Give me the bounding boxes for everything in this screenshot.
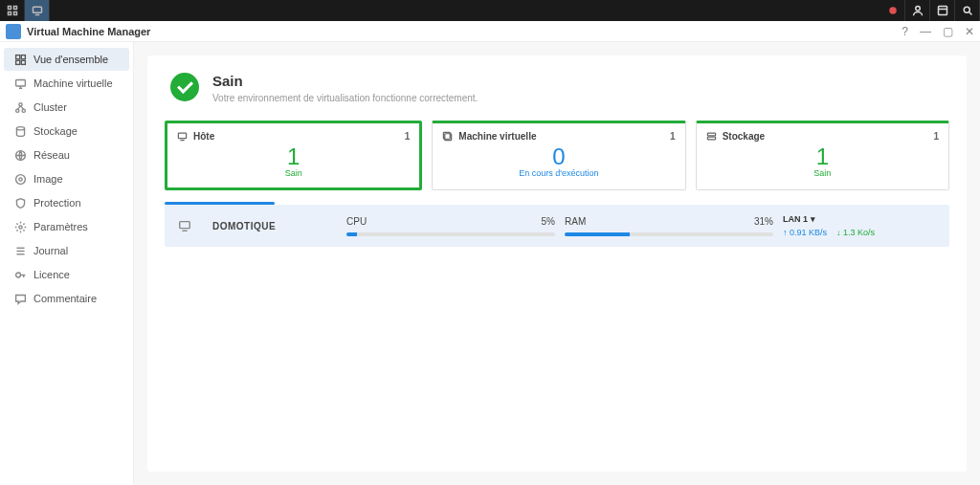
- summary-cards: Hôte 1 1 Sain Machine virtuelle 1: [165, 121, 949, 190]
- card-status: En cours d'exécution: [442, 168, 675, 178]
- maximize-button[interactable]: ▢: [943, 25, 953, 38]
- sidebar-item-settings[interactable]: Paramètres: [4, 215, 129, 238]
- svg-rect-39: [707, 133, 715, 136]
- svg-point-7: [915, 7, 920, 11]
- svg-rect-3: [13, 12, 16, 15]
- health-title: Sain: [212, 73, 478, 89]
- app-logo-icon: [6, 24, 21, 39]
- card-count: 1: [670, 131, 676, 142]
- window-titlebar: Virtual Machine Manager ? — ▢ ✕: [0, 21, 980, 42]
- svg-rect-14: [15, 60, 19, 64]
- minimize-button[interactable]: —: [920, 25, 931, 38]
- help-button[interactable]: ?: [902, 25, 908, 38]
- sidebar-item-label: Licence: [33, 269, 70, 280]
- sidebar-item-label: Stockage: [33, 125, 78, 137]
- sidebar-item-cluster[interactable]: Cluster: [4, 96, 129, 119]
- comment-icon: [13, 292, 27, 305]
- sidebar-item-image[interactable]: Image: [4, 167, 129, 190]
- svg-point-26: [15, 174, 25, 184]
- svg-point-32: [15, 273, 20, 277]
- svg-rect-41: [180, 222, 190, 229]
- sidebar-item-protection[interactable]: Protection: [4, 191, 129, 214]
- svg-rect-13: [21, 55, 25, 58]
- svg-line-23: [20, 105, 23, 108]
- sidebar-item-storage[interactable]: Stockage: [4, 120, 129, 143]
- cpu-label: CPU: [346, 216, 367, 227]
- taskbar-app-icon[interactable]: [25, 0, 50, 21]
- card-status: Sain: [177, 168, 410, 178]
- health-check-icon: [170, 73, 199, 101]
- svg-rect-35: [178, 133, 186, 139]
- sidebar-item-label: Commentaire: [33, 293, 97, 304]
- vm-icon: [13, 77, 27, 90]
- cpu-bar-fill: [346, 232, 357, 236]
- lan-metric: LAN 1 ▾ ↑ 0.91 KB/s ↓ 1.3 Ko/s: [783, 214, 936, 237]
- sidebar-item-license[interactable]: Licence: [4, 263, 129, 286]
- svg-point-27: [18, 177, 21, 180]
- card-vm[interactable]: Machine virtuelle 1 0 En cours d'exécuti…: [432, 121, 685, 190]
- sidebar-item-vm[interactable]: Machine virtuelle: [4, 72, 129, 95]
- svg-rect-2: [8, 12, 11, 15]
- cpu-metric: CPU 5%: [346, 216, 555, 236]
- close-button[interactable]: ✕: [965, 25, 974, 38]
- svg-rect-16: [15, 79, 25, 86]
- chevron-down-icon[interactable]: ▾: [811, 214, 815, 224]
- sidebar-item-label: Machine virtuelle: [33, 77, 113, 89]
- upload-arrow-icon: ↑: [783, 228, 788, 237]
- sidebar-item-label: Vue d'ensemble: [33, 54, 108, 65]
- card-value: 0: [442, 143, 675, 170]
- svg-rect-40: [707, 137, 715, 140]
- svg-point-6: [889, 7, 897, 14]
- content-area: Sain Votre environnement de virtualisati…: [134, 42, 980, 485]
- image-icon: [13, 172, 27, 186]
- lan-label: LAN 1: [783, 214, 811, 224]
- host-row[interactable]: DOMOTIQUE CPU 5% RAM 31% LAN 1: [165, 205, 949, 247]
- card-status: Sain: [706, 168, 939, 178]
- ram-metric: RAM 31%: [565, 216, 773, 236]
- search-icon[interactable]: [955, 0, 980, 21]
- svg-point-28: [18, 225, 21, 228]
- card-value: 1: [177, 143, 410, 170]
- lan-upload: 0.91 KB/s: [790, 228, 827, 237]
- window-title: Virtual Machine Manager: [27, 26, 902, 37]
- svg-point-10: [964, 7, 969, 12]
- svg-rect-4: [33, 7, 41, 12]
- ram-bar-fill: [565, 232, 630, 236]
- sidebar-item-label: Paramètres: [33, 221, 88, 232]
- sidebar-item-journal[interactable]: Journal: [4, 239, 129, 262]
- svg-point-19: [18, 102, 21, 105]
- card-value: 1: [706, 143, 939, 170]
- sidebar: Vue d'ensemble Machine virtuelle Cluster…: [0, 42, 134, 485]
- storage-icon: [706, 131, 717, 142]
- card-title: Stockage: [723, 131, 765, 142]
- taskbar-home-icon[interactable]: [0, 0, 25, 21]
- sidebar-item-comment[interactable]: Commentaire: [4, 287, 129, 310]
- card-count: 1: [933, 131, 939, 142]
- card-title: Hôte: [193, 131, 214, 142]
- sidebar-item-label: Protection: [33, 197, 81, 209]
- journal-icon: [13, 244, 27, 257]
- cpu-percent: 5%: [542, 216, 555, 227]
- chat-icon[interactable]: [880, 0, 905, 21]
- storage-icon: [13, 124, 27, 138]
- svg-line-11: [969, 12, 971, 15]
- sidebar-item-network[interactable]: Réseau: [4, 143, 129, 166]
- lan-download: 1.3 Ko/s: [843, 228, 875, 237]
- sidebar-item-label: Cluster: [33, 101, 67, 113]
- svg-rect-12: [15, 55, 19, 58]
- health-description: Votre environnement de virtualisation fo…: [212, 93, 478, 103]
- network-icon: [13, 148, 27, 162]
- sidebar-item-label: Réseau: [33, 149, 70, 161]
- ram-label: RAM: [565, 216, 586, 227]
- sidebar-item-overview[interactable]: Vue d'ensemble: [4, 48, 129, 71]
- host-icon: [177, 131, 188, 142]
- user-icon[interactable]: [905, 0, 930, 21]
- card-host[interactable]: Hôte 1 1 Sain: [165, 121, 422, 190]
- protection-icon: [13, 196, 27, 209]
- svg-point-24: [16, 126, 24, 129]
- svg-point-20: [15, 109, 18, 112]
- overview-icon: [13, 53, 27, 66]
- card-count: 1: [405, 131, 411, 142]
- card-storage[interactable]: Stockage 1 1 Sain: [696, 121, 949, 190]
- widget-icon[interactable]: [930, 0, 955, 21]
